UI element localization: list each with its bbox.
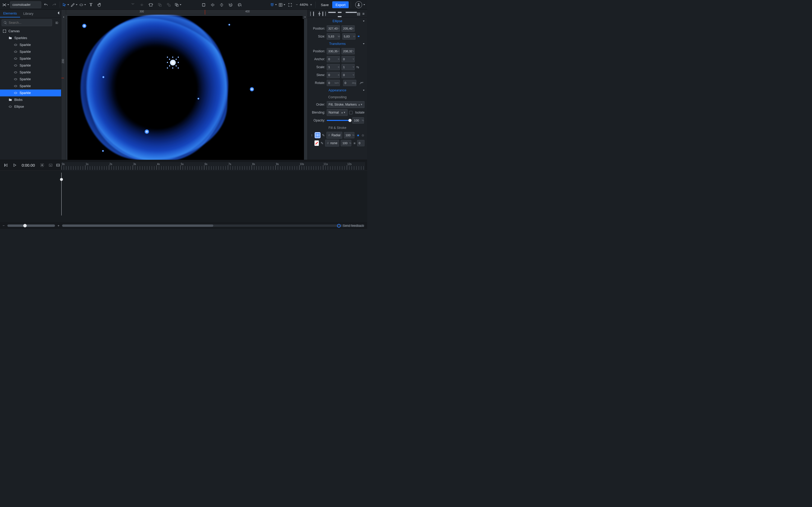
fill-swatch[interactable]	[315, 132, 320, 138]
fill-preset-icon[interactable]: ☆	[361, 133, 364, 137]
opacity-input[interactable]	[352, 117, 364, 124]
timeline-tracks[interactable]	[0, 171, 367, 222]
shape-tool[interactable]	[79, 1, 87, 9]
link-dimensions-icon[interactable]: ⚭	[357, 34, 360, 39]
fill-opacity-input[interactable]	[344, 132, 354, 138]
zoom-control[interactable]: − 440% +	[295, 3, 313, 7]
tab-library[interactable]: Library	[20, 10, 37, 17]
transform-position-y[interactable]	[342, 48, 355, 54]
skew-y[interactable]	[342, 72, 355, 78]
text-tool[interactable]: T	[87, 1, 95, 9]
tree-item-sparkle[interactable]: Sparkle	[0, 82, 61, 90]
ellipse-size-w[interactable]	[327, 33, 340, 40]
tree-item-sparkle[interactable]: Sparkle	[0, 42, 61, 48]
app-menu-button[interactable]	[2, 1, 9, 9]
ellipse-size-h[interactable]	[342, 33, 356, 40]
skew-x[interactable]	[327, 72, 340, 78]
align-left-icon[interactable]: ▏▎	[310, 12, 316, 16]
transform-position-x[interactable]	[327, 48, 340, 54]
timeline-playhead[interactable]	[61, 173, 62, 216]
transform-bounds-icon[interactable]	[147, 1, 155, 9]
pen-tool[interactable]	[70, 1, 78, 9]
ungroup-icon[interactable]	[165, 1, 173, 9]
tree-folder-sparkles[interactable]: Sparkles	[0, 35, 61, 42]
tree-item-ellipse[interactable]: Ellipse	[0, 103, 61, 110]
send-feedback-button[interactable]: Send feedback	[337, 224, 364, 228]
save-button[interactable]: Save	[318, 1, 332, 8]
snap-magnet-icon[interactable]	[269, 1, 277, 9]
stroke-swatch[interactable]	[314, 140, 319, 146]
zoom-out-button[interactable]: −	[295, 3, 299, 7]
ellipse-position-x[interactable]	[327, 25, 340, 32]
reset-scale-icon[interactable]: ⇆	[356, 65, 359, 69]
grid-icon[interactable]	[278, 1, 286, 9]
tree-item-sparkle[interactable]: Sparkle	[0, 62, 61, 69]
fill-favorite-icon[interactable]: ★	[357, 133, 360, 137]
blending-select[interactable]: Normal▲▼	[327, 109, 348, 116]
timeline-pan-scrollbar[interactable]	[62, 224, 364, 227]
rotate-cw-icon[interactable]: 90	[236, 1, 244, 9]
section-transforms[interactable]: Transforms	[308, 40, 367, 47]
timeline-view-a-icon[interactable]	[47, 161, 54, 169]
tree-root-canvas[interactable]: Canvas	[0, 28, 61, 35]
timeline-ruler[interactable]: 0s 1s 2s 3s 4s 5s 6s 7s 8s 9s 10s 11s 12…	[61, 162, 365, 171]
scale-x[interactable]	[327, 64, 340, 70]
zoom-in-timeline[interactable]: +	[58, 224, 60, 228]
panel-collapse-left[interactable]	[57, 11, 60, 15]
stroke-width-input[interactable]	[357, 140, 364, 146]
undo-button[interactable]	[42, 1, 50, 9]
user-menu[interactable]	[355, 1, 362, 8]
rotate-turn[interactable]	[327, 80, 340, 86]
stroke-style-icon[interactable]: ≡	[353, 141, 356, 145]
section-ellipse[interactable]: Ellipse	[308, 18, 367, 24]
selection-handles[interactable]	[167, 57, 179, 68]
tree-folder-blobs[interactable]: Blobs	[0, 96, 61, 103]
canvas-viewport[interactable]	[66, 14, 307, 160]
play-button[interactable]	[11, 161, 18, 169]
edit-stroke-icon[interactable]: ✎	[321, 141, 323, 145]
export-button[interactable]: Export	[332, 1, 349, 8]
zoom-in-button[interactable]: +	[309, 3, 313, 7]
tab-elements[interactable]: Elements	[0, 10, 20, 17]
tree-item-sparkle[interactable]: Sparkle	[0, 76, 61, 82]
document-title-input[interactable]	[10, 1, 41, 8]
fill-type-select[interactable]: #Radial	[326, 132, 342, 138]
align-middle-icon[interactable]	[138, 1, 146, 9]
flip-v-icon[interactable]	[218, 1, 226, 9]
hand-tool[interactable]	[95, 1, 103, 9]
ellipse-position-y[interactable]	[342, 25, 355, 32]
stroke-opacity-input[interactable]	[341, 140, 351, 146]
go-to-start-button[interactable]	[2, 161, 9, 169]
align-center-h-icon[interactable]: ╋	[318, 12, 320, 16]
align-right-icon[interactable]: ▎▏	[322, 12, 328, 16]
tree-item-sparkle[interactable]: Sparkle	[0, 69, 61, 76]
select-tool[interactable]	[62, 1, 69, 9]
anchor-x[interactable]	[327, 56, 340, 62]
panel-expand-right[interactable]: ›	[303, 14, 307, 19]
tree-item-sparkle[interactable]: Sparkle	[0, 48, 61, 55]
isolate-checkbox[interactable]	[349, 111, 353, 114]
artboard-fit-icon[interactable]	[286, 1, 294, 9]
redo-button[interactable]	[50, 1, 58, 9]
align-top-icon[interactable]	[129, 1, 137, 9]
timeline-zoom-scrollbar[interactable]	[7, 224, 55, 227]
swap-fill-stroke-icon[interactable]: ↕	[310, 133, 313, 137]
tree-item-sparkle-selected[interactable]: Sparkle	[0, 90, 61, 96]
boolean-ops-icon[interactable]	[174, 1, 182, 9]
ruler-horizontal[interactable]: 300 400	[66, 10, 307, 14]
rotate-deg[interactable]	[343, 80, 356, 86]
align-to-stage-icon[interactable]: ▤	[357, 12, 360, 16]
ruler-vertical[interactable]: 200	[61, 14, 66, 160]
flip-h-icon[interactable]	[209, 1, 217, 9]
timeline-view-b-icon[interactable]	[54, 161, 62, 169]
edit-fill-icon[interactable]: ✎	[322, 133, 325, 137]
tree-item-sparkle[interactable]: Sparkle	[0, 55, 61, 62]
timeline-settings-icon[interactable]	[38, 161, 46, 169]
rotate-ccw-icon[interactable]: 90	[227, 1, 235, 9]
paint-order-select[interactable]: Fill, Stroke, Markers▲▼	[327, 101, 364, 108]
scale-y[interactable]	[342, 64, 355, 70]
panel-expand-left[interactable]: ‹	[61, 14, 66, 19]
distribute-spacing-icon[interactable]: ▬▬▬	[346, 10, 357, 18]
rotate-reset-icon[interactable]: ↗*	[359, 81, 363, 85]
distribute-v-icon[interactable]: ▬ ▬	[338, 10, 344, 18]
